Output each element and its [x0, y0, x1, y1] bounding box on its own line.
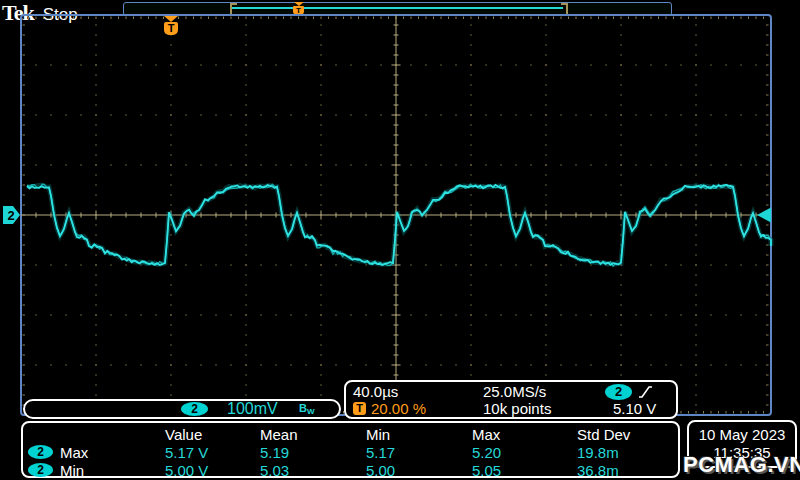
channel2-readout-box: 2 100mV BW [23, 399, 341, 419]
vertical-scale-readout: 100mV [227, 400, 278, 418]
measurement-name: Max [60, 444, 88, 461]
trigger-source-readout: 2 [605, 384, 672, 400]
watermark: PCMAG.VN [683, 452, 800, 478]
measurement-table: Value Mean Min Max Std Dev 2 Max 5.17 V … [21, 421, 680, 478]
measurement-header-row: Value Mean Min Max Std Dev [23, 426, 678, 443]
record-length-readout: 10k points [483, 400, 605, 417]
trigger-t-icon: T [353, 402, 366, 415]
trigger-source-badge: 2 [605, 384, 632, 400]
trigger-position-marker: T [164, 16, 178, 35]
measurement-name: Min [60, 462, 84, 479]
timebase-readout: 40.0µs [353, 383, 483, 400]
channel2-badge: 2 [181, 402, 208, 416]
date-label: 10 May 2023 [689, 426, 795, 444]
channel2-badge: 2 [28, 463, 53, 477]
min-mean: 5.03 [260, 462, 366, 479]
col-header-stddev: Std Dev [577, 426, 678, 443]
max-max: 5.20 [472, 444, 577, 461]
min-stddev: 36.8m [577, 462, 678, 479]
trigger-level-arrow [757, 208, 771, 223]
horizontal-trigger-readout-box: 40.0µs 25.0MS/s 2 T 20.00 % 10k points 5… [344, 380, 678, 419]
max-min: 5.17 [366, 444, 472, 461]
col-header-value: Value [165, 426, 260, 443]
min-min: 5.00 [366, 462, 472, 479]
channel2-marker-label: 2 [8, 208, 15, 223]
waveform-noise [27, 184, 771, 266]
trigger-level-readout: 5.10 V [605, 400, 672, 417]
trigger-t-icon: T [164, 22, 178, 35]
channel2-badge: 2 [28, 445, 53, 459]
col-header-max: Max [472, 426, 577, 443]
max-stddev: 19.8m [577, 444, 678, 461]
sample-rate-readout: 25.0MS/s [483, 383, 605, 400]
max-value: 5.17 V [165, 444, 260, 461]
trigger-position-readout: T 20.00 % [353, 400, 483, 417]
rising-edge-icon [637, 384, 655, 400]
waveform-glow [27, 185, 771, 264]
table-row-min: 2 Min 5.00 V 5.03 5.00 5.05 36.8m [23, 461, 678, 479]
min-value: 5.00 V [165, 462, 260, 479]
col-header-min: Min [366, 426, 472, 443]
table-row-max: 2 Max 5.17 V 5.19 5.17 5.20 19.8m [23, 443, 678, 461]
max-mean: 5.19 [260, 444, 366, 461]
waveform-trace-ch2 [27, 185, 771, 265]
col-header-mean: Mean [260, 426, 366, 443]
min-max: 5.05 [472, 462, 577, 479]
bandwidth-limit-icon: BW [299, 402, 315, 416]
